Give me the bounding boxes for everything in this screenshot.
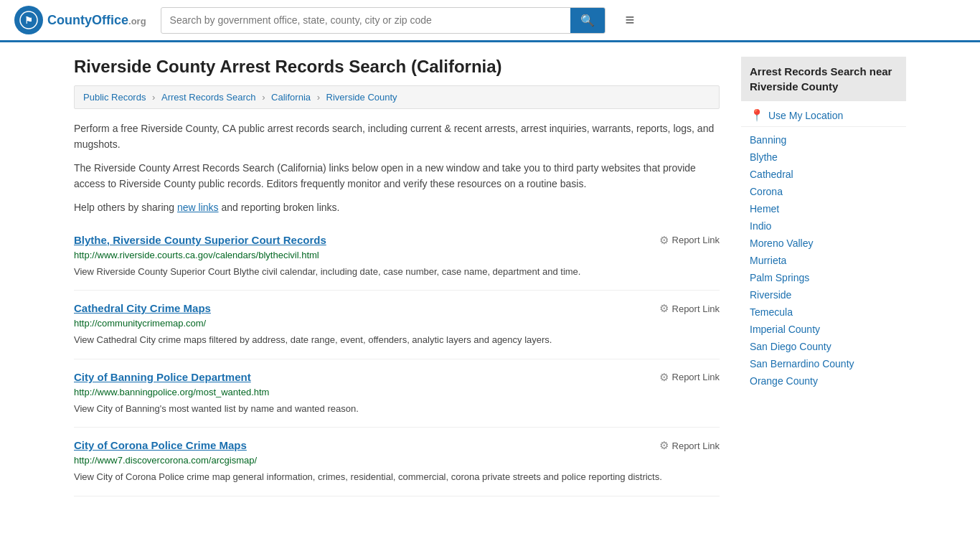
list-item: Indio: [741, 217, 906, 235]
list-item: San Bernardino County: [741, 355, 906, 372]
list-item: Hemet: [741, 200, 906, 217]
report-link-button[interactable]: ⚙ Report Link: [659, 439, 720, 452]
list-item: Moreno Valley: [741, 235, 906, 252]
breadcrumb-arrest-records[interactable]: Arrest Records Search: [161, 92, 256, 103]
breadcrumb-sep-2: ›: [262, 92, 268, 103]
list-item: Riverside: [741, 286, 906, 303]
sidebar-link-indio[interactable]: Indio: [750, 220, 771, 232]
sidebar-location[interactable]: 📍 Use My Location: [741, 101, 906, 127]
sidebar-link-palm-springs[interactable]: Palm Springs: [750, 272, 809, 283]
list-item: San Diego County: [741, 338, 906, 355]
result-url[interactable]: http://www7.discovercorona.com/arcgismap…: [74, 455, 720, 466]
sidebar-link-riverside[interactable]: Riverside: [750, 289, 791, 301]
sidebar-link-cathedral[interactable]: Cathedral: [750, 169, 793, 180]
logo-text: CountyOffice.org: [47, 13, 146, 28]
report-link-button[interactable]: ⚙ Report Link: [659, 371, 720, 384]
list-item: Palm Springs: [741, 269, 906, 286]
result-item: Blythe, Riverside County Superior Court …: [74, 222, 720, 291]
sidebar-link-imperial-county[interactable]: Imperial County: [750, 324, 820, 335]
search-button[interactable]: 🔍: [570, 8, 605, 33]
sidebar-link-san-bernardino-county[interactable]: San Bernardino County: [750, 358, 854, 369]
sidebar-link-corona[interactable]: Corona: [750, 186, 783, 197]
result-item: City of Banning Police Department ⚙ Repo…: [74, 359, 720, 428]
location-icon: 📍: [750, 108, 764, 122]
result-url[interactable]: http://communitycrimemap.com/: [74, 318, 720, 329]
list-item: Blythe: [741, 149, 906, 166]
breadcrumb-riverside-county[interactable]: Riverside County: [326, 92, 397, 103]
new-links-link[interactable]: new links: [177, 202, 219, 213]
report-link-button[interactable]: ⚙ Report Link: [659, 302, 720, 315]
list-item: Banning: [741, 131, 906, 149]
report-icon: ⚙: [659, 371, 669, 384]
search-input[interactable]: [161, 9, 570, 32]
page-title: Riverside County Arrest Records Search (…: [74, 57, 720, 77]
use-my-location-link[interactable]: Use My Location: [768, 110, 843, 121]
search-icon: 🔍: [580, 14, 595, 27]
report-icon: ⚙: [659, 234, 669, 247]
sidebar-nearby-list: Banning Blythe Cathedral Corona Hemet In…: [741, 127, 906, 394]
menu-button[interactable]: ≡: [620, 8, 641, 32]
hamburger-icon: ≡: [626, 11, 635, 29]
description-1: Perform a free Riverside County, CA publ…: [74, 121, 720, 153]
sidebar-link-murrieta[interactable]: Murrieta: [750, 255, 786, 266]
breadcrumb-sep-1: ›: [152, 92, 158, 103]
list-item: Corona: [741, 183, 906, 200]
breadcrumb-california[interactable]: California: [271, 92, 311, 103]
list-item: Murrieta: [741, 252, 906, 269]
result-description: View City of Banning's most wanted list …: [74, 402, 720, 416]
result-url[interactable]: http://www.riverside.courts.ca.gov/calen…: [74, 250, 720, 260]
report-link-button[interactable]: ⚙ Report Link: [659, 234, 720, 247]
logo-icon: ⚑: [14, 6, 43, 34]
list-item: Imperial County: [741, 321, 906, 338]
list-item: Cathedral: [741, 166, 906, 183]
sidebar-link-blythe[interactable]: Blythe: [750, 151, 778, 163]
result-url[interactable]: http://www.banningpolice.org/most_wanted…: [74, 387, 720, 397]
report-icon: ⚙: [659, 439, 669, 452]
list-item: Temecula: [741, 303, 906, 321]
result-title[interactable]: Cathedral City Crime Maps: [74, 302, 211, 314]
description-3: Help others by sharing new links and rep…: [74, 199, 720, 215]
report-icon: ⚙: [659, 302, 669, 315]
content-area: Riverside County Arrest Records Search (…: [74, 57, 720, 496]
results-list: Blythe, Riverside County Superior Court …: [74, 222, 720, 496]
result-title[interactable]: City of Banning Police Department: [74, 371, 251, 383]
sidebar-link-moreno-valley[interactable]: Moreno Valley: [750, 237, 813, 249]
list-item: Orange County: [741, 372, 906, 390]
sidebar-link-san-diego-county[interactable]: San Diego County: [750, 341, 831, 352]
description-2: The Riverside County Arrest Records Sear…: [74, 160, 720, 192]
result-title[interactable]: City of Corona Police Crime Maps: [74, 439, 247, 451]
sidebar: Arrest Records Search near Riverside Cou…: [741, 57, 906, 496]
breadcrumb: Public Records › Arrest Records Search ›…: [74, 85, 720, 109]
result-item: City of Corona Police Crime Maps ⚙ Repor…: [74, 428, 720, 496]
search-bar: 🔍: [161, 7, 606, 34]
sidebar-link-orange-county[interactable]: Orange County: [750, 375, 818, 387]
result-item: Cathedral City Crime Maps ⚙ Report Link …: [74, 291, 720, 359]
result-title[interactable]: Blythe, Riverside County Superior Court …: [74, 234, 326, 246]
logo[interactable]: ⚑ CountyOffice.org: [14, 6, 146, 34]
result-description: View City of Corona Police crime map gen…: [74, 470, 720, 484]
result-description: View Riverside County Superior Court Bly…: [74, 265, 720, 279]
svg-text:⚑: ⚑: [24, 15, 33, 26]
breadcrumb-public-records[interactable]: Public Records: [83, 92, 146, 103]
sidebar-link-hemet[interactable]: Hemet: [750, 203, 779, 215]
sidebar-link-temecula[interactable]: Temecula: [750, 306, 793, 318]
breadcrumb-sep-3: ›: [317, 92, 323, 103]
sidebar-title: Arrest Records Search near Riverside Cou…: [741, 57, 906, 101]
result-description: View Cathedral City crime maps filtered …: [74, 333, 720, 347]
sidebar-link-banning[interactable]: Banning: [750, 134, 786, 146]
